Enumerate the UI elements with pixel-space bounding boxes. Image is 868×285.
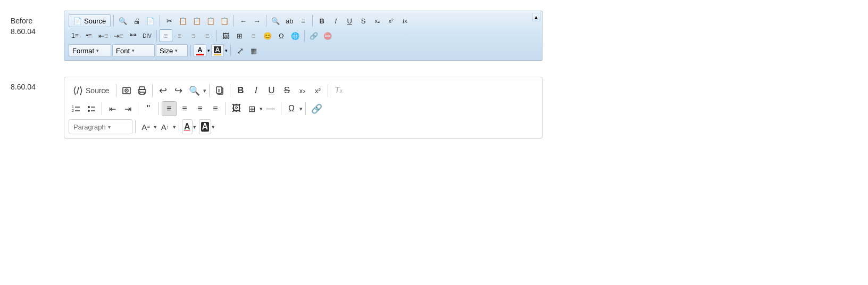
new-find-btn[interactable]: 🔍 [186, 83, 203, 98]
new-textcolor-arrow[interactable]: ▾ [193, 124, 196, 131]
old-underline-btn[interactable]: U [343, 14, 356, 27]
old-image-btn[interactable]: 🖼 [220, 29, 232, 42]
old-div-btn[interactable]: DIV [140, 29, 154, 42]
old-bgcolor-arrow[interactable]: ▾ [225, 48, 228, 53]
old-collapse-button[interactable]: ▲ [532, 13, 540, 21]
old-bold-btn[interactable]: B [315, 14, 328, 27]
old-align-right-btn[interactable]: ≡ [187, 29, 200, 42]
old-source-button[interactable]: 📄 Source [69, 14, 111, 27]
old-print-btn[interactable]: 🖨 [130, 14, 143, 27]
old-outdent-btn[interactable]: ⇤≡ [96, 29, 111, 42]
old-align-left-btn[interactable]: ≡ [173, 29, 186, 42]
new-sep-11 [305, 102, 306, 115]
old-unlink-btn[interactable]: ⛔ [321, 29, 334, 42]
old-size-dropdown[interactable]: Size ▾ [156, 44, 188, 57]
old-paste-btn[interactable]: 📋 [190, 14, 203, 27]
old-table-btn[interactable]: ⊞ [233, 29, 246, 42]
svg-text:1: 1 [72, 105, 74, 109]
old-italic-btn[interactable]: I [329, 14, 342, 27]
new-align-right-btn[interactable]: ≡ [193, 101, 207, 116]
old-textcolor-arrow[interactable]: ▾ [207, 48, 210, 53]
old-specialchar-btn[interactable]: Ω [275, 29, 288, 42]
new-sep-4 [230, 84, 230, 97]
new-hline-btn[interactable]: — [263, 101, 278, 116]
new-unorderedlist-btn[interactable] [84, 101, 99, 116]
old-find-btn[interactable]: 🔍 [269, 14, 282, 27]
new-preview-btn[interactable] [119, 83, 134, 98]
new-fontsize-btn[interactable]: A≡ [138, 119, 153, 134]
new-specialchar-btn[interactable]: Ω [284, 101, 299, 116]
new-undo-btn[interactable]: ↩ [155, 83, 170, 98]
new-print-btn[interactable] [135, 83, 149, 98]
old-undo-btn[interactable]: ← [237, 14, 249, 27]
old-spellcheck-btn[interactable]: ab [283, 14, 296, 27]
new-specialchar-arrow[interactable]: ▾ [299, 105, 303, 112]
old-paste-word-btn[interactable]: 📋 [218, 14, 231, 27]
svg-point-2 [126, 90, 127, 91]
old-toolbar: 📄 Source 🔍 🖨 📄 ✂ 📋 📋 📋 📋 ← → [64, 11, 542, 61]
new-indent-btn[interactable]: ⇥ [120, 101, 135, 116]
new-paste-btn[interactable] [212, 83, 227, 98]
new-sep-5 [328, 84, 328, 97]
old-orderedlist-btn[interactable]: 1≡ [69, 29, 81, 42]
old-bgcolor-bar [214, 54, 221, 55]
old-preview-btn[interactable]: 🔍 [116, 14, 129, 27]
old-textcolor-btn[interactable]: A [194, 44, 206, 57]
new-superscript-btn[interactable]: x² [310, 83, 325, 98]
new-align-justify-btn[interactable]: ≡ [208, 101, 223, 116]
new-align-left-btn[interactable]: ≡ [177, 101, 192, 116]
old-link-btn[interactable]: 🔗 [307, 29, 320, 42]
new-lineheight-btn[interactable]: A↕ [157, 119, 172, 134]
new-italic-btn[interactable]: I [248, 83, 263, 98]
new-redo-btn[interactable]: ↪ [171, 83, 186, 98]
old-font-dropdown[interactable]: Font ▾ [112, 44, 155, 57]
old-copy-btn[interactable]: 📋 [177, 14, 189, 27]
old-align-center-btn[interactable]: ≡ [160, 29, 172, 42]
old-smiley-btn[interactable]: 😊 [261, 29, 274, 42]
old-redo-btn[interactable]: → [251, 14, 263, 27]
old-blockquote-btn[interactable]: ❝❝ [127, 29, 139, 42]
new-link-btn[interactable]: 🔗 [308, 101, 325, 116]
old-template-btn[interactable]: 📄 [144, 14, 157, 27]
new-bgcolor-btn[interactable]: A [199, 119, 212, 134]
new-blockquote-btn[interactable]: " [141, 101, 156, 116]
old-sep-6 [156, 30, 157, 42]
new-underline-btn[interactable]: U [264, 83, 279, 98]
old-indent-btn[interactable]: ⇥≡ [112, 29, 126, 42]
new-image-btn[interactable]: 🖼 [229, 101, 244, 116]
new-find-arrow[interactable]: ▾ [203, 87, 206, 94]
old-maximize-btn[interactable]: ⤢ [233, 44, 246, 57]
new-subscript-btn[interactable]: x₂ [295, 83, 310, 98]
new-source-button[interactable]: ⟨/⟩ Source [69, 83, 113, 98]
new-bgcolor-arrow[interactable]: ▾ [212, 124, 215, 131]
old-subscript-btn[interactable]: x₂ [371, 14, 383, 27]
old-unorderedlist-btn[interactable]: •≡ [82, 29, 95, 42]
old-align-justify-btn[interactable]: ≡ [201, 29, 214, 42]
new-orderedlist-btn[interactable]: 12 [69, 101, 84, 116]
old-removeformat-btn[interactable]: Ix [398, 14, 411, 27]
new-outdent-btn[interactable]: ⇤ [105, 101, 120, 116]
old-format-dropdown[interactable]: Format ▾ [69, 44, 111, 57]
old-sep-4 [266, 15, 266, 27]
old-sep-1 [113, 15, 114, 27]
old-paste-text-btn[interactable]: 📋 [204, 14, 217, 27]
new-table-btn[interactable]: ⊞ [244, 101, 259, 116]
old-iframe-btn[interactable]: 🌐 [289, 29, 302, 42]
old-bgcolor-btn[interactable]: A [211, 44, 224, 57]
new-fontsize-arrow[interactable]: ▾ [154, 124, 157, 131]
old-selectall-btn[interactable]: ≡ [297, 14, 310, 27]
new-paragraph-dropdown[interactable]: Paragraph ▾ [69, 119, 132, 134]
new-lineheight-arrow[interactable]: ▾ [173, 124, 176, 131]
old-cut-btn[interactable]: ✂ [163, 14, 176, 27]
new-textcolor-a: A [184, 122, 190, 132]
old-showblocks-btn[interactable]: ▦ [247, 44, 260, 57]
new-table-arrow[interactable]: ▾ [260, 105, 263, 112]
new-removeformat-btn[interactable]: Tx [331, 83, 346, 98]
new-bold-btn[interactable]: B [233, 83, 248, 98]
new-strike-btn[interactable]: S [279, 83, 294, 98]
old-superscript-btn[interactable]: x² [385, 14, 397, 27]
old-strike-btn[interactable]: S [357, 14, 370, 27]
new-align-center-btn[interactable]: ≡ [162, 101, 177, 116]
new-textcolor-btn[interactable]: A [182, 119, 193, 134]
old-hline-btn[interactable]: ≡ [247, 29, 260, 42]
